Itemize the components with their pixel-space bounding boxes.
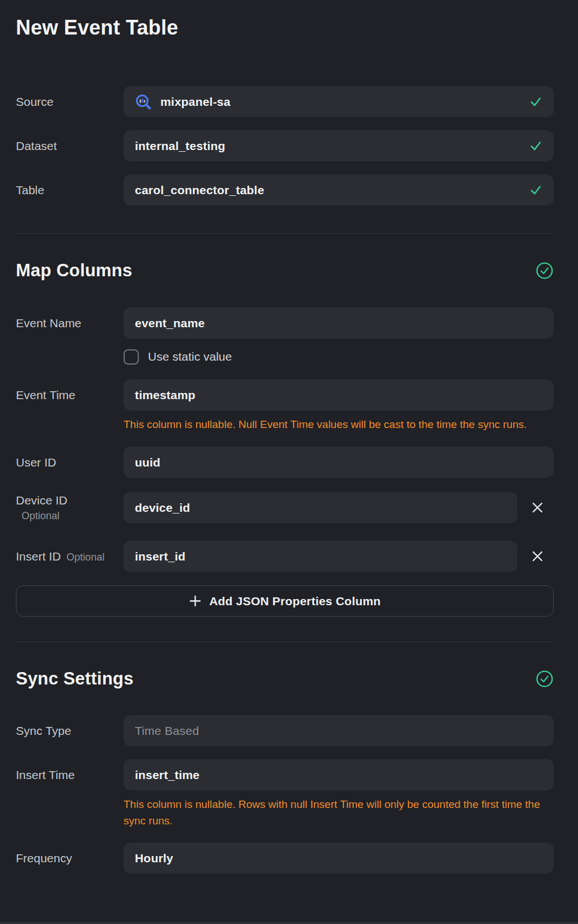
insert-id-remove-x-icon[interactable]	[530, 549, 545, 564]
dataset-input[interactable]: internal_testing	[124, 130, 554, 161]
event-time-warning: This column is nullable. Null Event Time…	[124, 416, 554, 433]
new-event-table-form: New Event Table Source mixpanel-sa Datas…	[0, 16, 578, 874]
device-id-optional-label: Optional	[16, 510, 124, 522]
table-value: carol_connector_table	[135, 183, 264, 197]
map-columns-header: Map Columns	[16, 260, 554, 281]
insert-id-row: Insert ID Optional insert_id	[16, 541, 554, 572]
static-value-row: Use static value	[124, 348, 554, 365]
event-time-label: Event Time	[16, 388, 124, 402]
mixpanel-magnifier-icon	[135, 93, 152, 110]
dataset-row: Dataset internal_testing	[16, 130, 554, 161]
section-divider	[16, 641, 554, 642]
frequency-label: Frequency	[16, 852, 124, 865]
sync-type-label: Sync Type	[16, 724, 124, 738]
event-time-value: timestamp	[135, 388, 196, 402]
insert-time-warning: This column is nullable. Rows with null …	[124, 796, 554, 829]
sync-type-value: Time Based	[135, 724, 199, 738]
event-name-value: event_name	[135, 316, 205, 330]
insert-time-row: Insert Time insert_time	[16, 759, 554, 790]
dataset-value: internal_testing	[135, 139, 226, 153]
insert-time-value: insert_time	[135, 768, 199, 782]
device-id-row: Device ID Optional device_id	[16, 492, 554, 523]
valid-check-icon	[529, 139, 542, 152]
valid-check-icon	[529, 183, 542, 196]
device-id-input[interactable]: device_id	[124, 492, 517, 523]
use-static-value-label: Use static value	[148, 350, 232, 363]
event-name-input[interactable]: event_name	[124, 307, 554, 339]
insert-id-label: Insert ID Optional	[16, 550, 124, 563]
table-label: Table	[16, 183, 124, 197]
plus-icon	[189, 594, 202, 608]
insert-id-value: insert_id	[135, 550, 185, 563]
sync-settings-header: Sync Settings	[16, 668, 554, 690]
frequency-input[interactable]: Hourly	[124, 842, 554, 874]
valid-check-icon	[529, 95, 542, 108]
use-static-value-checkbox[interactable]	[124, 349, 139, 365]
event-name-row: Event Name event_name	[16, 307, 554, 339]
insert-time-input[interactable]: insert_time	[124, 759, 554, 790]
insert-id-optional-label: Optional	[66, 551, 104, 563]
source-input[interactable]: mixpanel-sa	[124, 86, 554, 117]
user-id-label: User ID	[16, 456, 124, 469]
frequency-value: Hourly	[135, 852, 173, 865]
section-divider	[16, 233, 554, 234]
dataset-label: Dataset	[16, 139, 124, 153]
sync-settings-heading: Sync Settings	[16, 669, 134, 689]
sync-type-row: Sync Type Time Based	[16, 715, 554, 746]
user-id-value: uuid	[135, 456, 160, 469]
event-time-input[interactable]: timestamp	[124, 379, 554, 410]
device-id-value: device_id	[135, 501, 190, 515]
event-time-row: Event Time timestamp	[16, 379, 554, 410]
table-input[interactable]: carol_connector_table	[124, 174, 554, 206]
add-json-properties-column-button[interactable]: Add JSON Properties Column	[16, 585, 554, 617]
section-complete-circle-check-icon	[536, 670, 554, 688]
page-title: New Event Table	[16, 16, 554, 40]
table-row: Table carol_connector_table	[16, 174, 554, 206]
add-json-properties-column-label: Add JSON Properties Column	[209, 594, 381, 608]
source-label: Source	[16, 95, 124, 109]
map-columns-heading: Map Columns	[16, 260, 132, 281]
section-complete-circle-check-icon	[536, 262, 554, 280]
device-id-label: Device ID Optional	[16, 494, 124, 522]
user-id-input[interactable]: uuid	[124, 447, 554, 478]
source-value: mixpanel-sa	[160, 95, 231, 109]
source-row: Source mixpanel-sa	[16, 86, 554, 117]
sync-type-input: Time Based	[124, 715, 554, 746]
insert-time-label: Insert Time	[16, 768, 124, 782]
event-name-label: Event Name	[16, 316, 124, 330]
frequency-row: Frequency Hourly	[16, 842, 554, 874]
insert-id-input[interactable]: insert_id	[124, 541, 517, 572]
user-id-row: User ID uuid	[16, 447, 554, 478]
bottom-edge-divider	[0, 922, 578, 924]
device-id-remove-x-icon[interactable]	[530, 500, 545, 515]
